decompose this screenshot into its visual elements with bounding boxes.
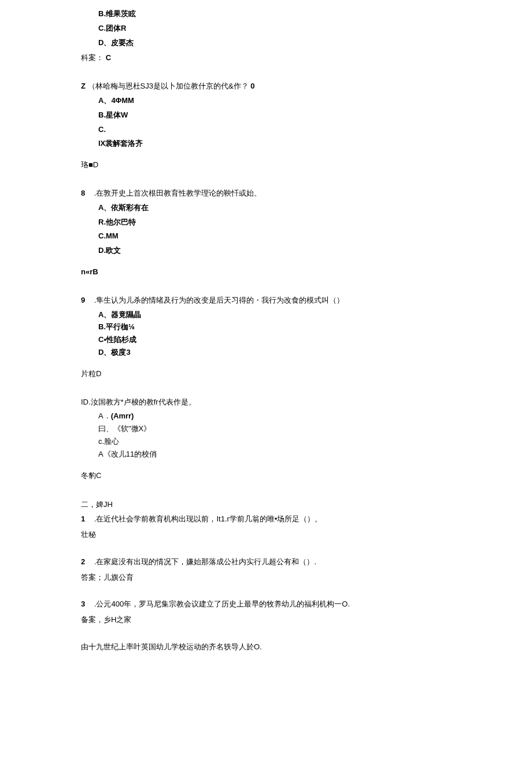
option-c: c.脸心 (81, 436, 532, 448)
stem-text: .在敦开史上首次根田教育性教学理论的鞅忏或始。 (94, 189, 262, 197)
question-stem: 9 .隼生认为儿杀的情绪及行为的改变是后天习得的・我行为改食的模式叫（） (81, 295, 532, 307)
option-b: R.他尔巴特 (81, 216, 532, 229)
answer-line: 片粒D (81, 368, 532, 380)
stem-text: （林哈梅与恩杜SJ3是以卜加位教什京的代&作？ (88, 82, 249, 90)
fill-3-answer: 备案，乡H之家 (81, 614, 532, 626)
question-6-partial: B.维果茨眩 C.团体R D、皮要杰 科案： C (81, 8, 532, 64)
question-stem: ID.汝国教方*卢梭的教fr代表作是。 (81, 396, 532, 409)
answer-line: 科案： C (81, 52, 532, 64)
option-d: D、极度3 (81, 347, 532, 359)
question-stem: 8 .在敦开史上首次根田教育性教学理论的鞅忏或始。 (81, 188, 532, 200)
option-a: A、器竟隰晶 (81, 309, 532, 321)
fill-1-answer: 壮秘 (81, 529, 532, 541)
option-c: C. (81, 124, 532, 136)
stem-text: .隼生认为儿杀的情绪及行为的改变是后天习得的・我行为改食的模式叫（） (94, 296, 345, 304)
option-d: A《改儿11的校俏 (81, 449, 532, 461)
answer-line: 珞■D (81, 159, 532, 171)
section-2: 二，婢JH 1 .在近代社会学前教育机构出现以前，It1.r学前几翁的唯•场所足… (81, 499, 532, 653)
question-stem: Z （林哈梅与恩杜SJ3是以卜加位教什京的代&作？ 0 (81, 80, 532, 93)
option-a: A、4ΦMM (81, 95, 532, 107)
answer-label: 科案： (81, 53, 104, 62)
option-d: D.欧文 (81, 245, 532, 257)
question-8: 8 .在敦开史上首次根田教育性教学理论的鞅忏或始。 A、依斯彩有在 R.他尔巴特… (81, 188, 532, 278)
answer-line: 冬豹C (81, 470, 532, 482)
option-b: 曰、《软"微X》 (81, 423, 532, 435)
fill-2-answer: 答案；儿旗公育 (81, 572, 532, 584)
fill-1-stem: 1 .在近代社会学前教育机构出现以前，It1.r学前几翁的唯•场所足（）。 (81, 513, 532, 525)
option-c: C.MM (81, 230, 532, 242)
question-number: 2 (81, 557, 85, 566)
section-header: 二，婢JH (81, 499, 532, 511)
option-b: B.平行枷⅛ (81, 321, 532, 333)
stem-suffix: 0 (250, 82, 254, 90)
stem-text: .在家庭没有出现的情况下，嫌始那落成公社内实行儿超公有和（）. (94, 557, 316, 566)
stem-text: .在近代社会学前教育机构出现以前，It1.r学前几翁的唯•场所足（）。 (94, 514, 323, 523)
option-a: A、依斯彩有在 (81, 202, 532, 214)
answer-line: n«rB (81, 266, 532, 278)
fill-4-stem: 由十九世纪上率叶英国幼儿学校运动的齐名轶导人於O. (81, 641, 532, 653)
option-b: B.星体W (81, 109, 532, 122)
question-10: ID.汝国教方*卢梭的教fr代表作是。 A．(Amrr) 曰、《软"微X》 c.… (81, 396, 532, 482)
question-number: 8 (81, 189, 85, 197)
option-d: D、皮要杰 (81, 37, 532, 49)
question-number: 1 (81, 514, 85, 523)
stem-prefix: Z (81, 82, 86, 90)
stem-text: .公元400年，罗马尼集宗教会议建立了历史上最早的牧养幼儿的福利机构一O. (94, 600, 350, 608)
fill-3-stem: 3 .公元400年，罗马尼集宗教会议建立了历史上最早的牧养幼儿的福利机构一O. (81, 598, 532, 611)
option-b: B.维果茨眩 (81, 8, 532, 20)
question-number: 3 (81, 600, 85, 608)
option-c-line2: IX裳解套洛齐 (81, 138, 532, 150)
question-9: 9 .隼生认为儿杀的情绪及行为的改变是后天习得的・我行为改食的模式叫（） A、器… (81, 295, 532, 380)
option-c: C.团体R (81, 23, 532, 35)
option-c: C•性陷杉成 (81, 334, 532, 346)
answer-value: C (106, 53, 111, 62)
question-7: Z （林哈梅与恩杜SJ3是以卜加位教什京的代&作？ 0 A、4ΦMM B.星体W… (81, 80, 532, 171)
option-a: A．(Amrr) (81, 410, 532, 422)
option-a-text: (Amrr) (111, 411, 134, 420)
fill-2-stem: 2 .在家庭没有出现的情况下，嫌始那落成公社内实行儿超公有和（）. (81, 556, 532, 568)
question-number: 9 (81, 296, 85, 304)
